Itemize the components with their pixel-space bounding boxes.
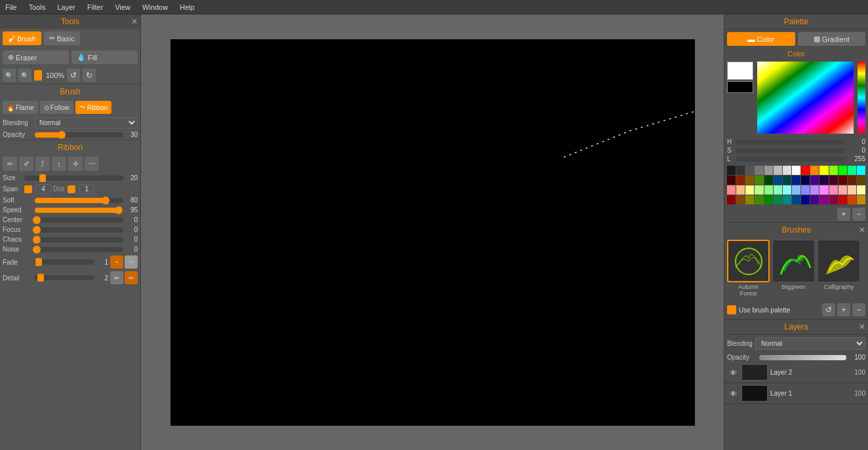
color-cell[interactable] [819,185,828,195]
color-cell[interactable] [810,185,819,195]
color-cell[interactable] [736,166,745,175]
color-cell[interactable] [792,185,800,195]
color-cell[interactable] [819,166,828,175]
color-cell[interactable] [755,195,763,204]
color-cell[interactable] [727,185,736,195]
color-cell[interactable] [792,176,800,185]
dist-input[interactable] [79,184,94,194]
s-slider[interactable] [736,148,845,153]
menu-window[interactable]: Window [140,2,170,12]
color-cell[interactable] [783,185,791,195]
ribbon-icon-1[interactable]: ✏ [3,157,17,171]
zoom-out-button[interactable]: 🔍 [3,69,16,82]
color-cell[interactable] [810,195,819,204]
color-cell[interactable] [792,166,800,175]
color-cell[interactable] [819,176,828,185]
color-cell[interactable] [848,185,856,195]
color-cell[interactable] [792,195,800,204]
color-cell[interactable] [848,195,856,204]
chaos-slider[interactable] [35,237,123,242]
size-slider[interactable] [24,176,124,181]
color-cell[interactable] [755,166,763,175]
l-slider[interactable] [736,157,845,162]
tools-panel-close[interactable]: ✕ [131,17,138,26]
focus-slider[interactable] [35,227,123,233]
palette-remove-button[interactable]: − [852,208,865,221]
follow-mode-button[interactable]: ⊙ Follow [40,101,73,114]
color-cell[interactable] [745,185,754,195]
layer-1-visibility[interactable]: 👁 [727,388,739,400]
color-cell[interactable] [764,176,773,185]
fade-slider[interactable] [34,259,94,265]
ribbon-mode-button[interactable]: 〜 Ribbon [75,101,112,114]
color-cell[interactable] [838,176,847,185]
layer-row-1[interactable]: 👁 Layer 1 100 [724,383,868,404]
color-cell[interactable] [857,185,865,195]
color-tab[interactable]: ▬ Color [727,32,795,46]
h-slider[interactable] [736,140,845,145]
color-cell[interactable] [783,195,791,204]
color-cell[interactable] [829,166,838,175]
fade-icon-1[interactable]: ~ [110,255,123,269]
fade-icon-2[interactable]: ~ [125,255,138,269]
color-cell[interactable] [745,166,754,175]
brush-refresh-button[interactable]: ↺ [822,303,835,316]
color-cell[interactable] [838,166,847,175]
color-cell[interactable] [810,176,819,185]
gradient-tab[interactable]: ▦ Gradient [798,32,866,46]
color-cell[interactable] [755,176,763,185]
zoom-fit-button[interactable]: ↻ [83,69,96,82]
color-cell[interactable] [774,166,782,175]
detail-icon-1[interactable]: ✏ [110,271,123,284]
brushes-close[interactable]: ✕ [859,225,865,234]
color-cell[interactable] [745,176,754,185]
hue-slider[interactable] [858,62,865,134]
color-cell[interactable] [848,166,856,175]
color-cell[interactable] [801,166,810,175]
menu-tools[interactable]: Tools [26,2,49,12]
ribbon-icon-6[interactable]: 〰 [85,157,99,171]
brush-thumb-biggreen[interactable] [772,240,815,282]
color-cell[interactable] [727,195,736,204]
color-cell[interactable] [764,185,773,195]
center-slider[interactable] [35,217,123,223]
soft-slider[interactable] [35,198,123,203]
color-cell[interactable] [838,195,847,204]
color-cell[interactable] [727,166,736,175]
opacity-slider[interactable] [35,132,123,138]
menu-layer[interactable]: Layer [54,2,78,12]
ribbon-icon-3[interactable]: ⤴ [35,157,50,171]
color-cell[interactable] [755,185,763,195]
fill-button[interactable]: 💧 Fill [71,50,138,64]
palette-add-button[interactable]: + [837,208,850,221]
color-cell[interactable] [829,185,838,195]
color-cell[interactable] [848,176,856,185]
layers-opacity-slider[interactable] [759,355,846,360]
background-swatch[interactable] [727,81,753,93]
zoom-in-button[interactable]: 🔍 [18,69,31,82]
color-cell[interactable] [801,176,810,185]
color-cell[interactable] [857,166,865,175]
ribbon-icon-2[interactable]: ✐ [19,157,33,171]
menu-view[interactable]: View [112,2,133,12]
color-cell[interactable] [774,176,782,185]
brush-thumb-calligraphy[interactable] [818,240,860,282]
basic-button[interactable]: ✏ Basic [44,31,80,45]
color-cell[interactable] [829,195,838,204]
detail-slider[interactable] [34,275,94,280]
span-input[interactable] [35,184,51,194]
ribbon-icon-5[interactable]: ✛ [68,157,83,171]
color-cell[interactable] [745,195,754,204]
brush-button[interactable]: 🖌 Brush [3,31,41,45]
brush-add-button[interactable]: + [837,303,850,316]
color-cell[interactable] [838,185,847,195]
drawing-canvas[interactable] [170,39,695,426]
color-cell[interactable] [727,176,736,185]
color-picker[interactable] [757,62,854,134]
flame-mode-button[interactable]: 🔥 Flame [3,101,38,114]
color-cell[interactable] [736,176,745,185]
canvas-area[interactable] [141,14,724,450]
foreground-swatch[interactable] [727,62,753,80]
color-cell[interactable] [801,195,810,204]
zoom-reset-button[interactable]: ↺ [67,69,80,82]
